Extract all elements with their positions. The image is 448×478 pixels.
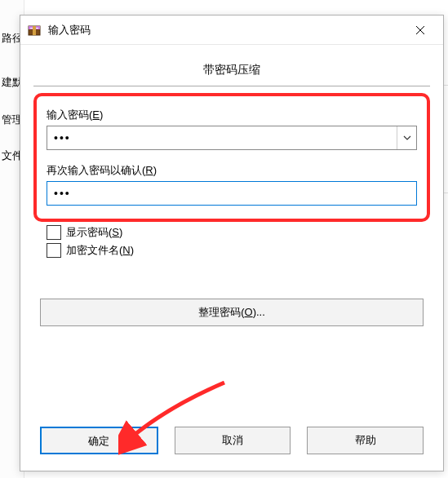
password-label: 输入密码(E) xyxy=(47,108,417,122)
show-password-label: 显示密码(S) xyxy=(66,225,122,240)
svg-rect-3 xyxy=(33,26,36,35)
button-row: 确定 取消 帮助 xyxy=(40,427,424,454)
cancel-button[interactable]: 取消 xyxy=(175,427,291,454)
highlight-annotation: 输入密码(E) 再次输入密码以确认(R) xyxy=(33,93,430,222)
checkbox-box xyxy=(47,225,61,240)
password-dropdown-button[interactable] xyxy=(397,126,416,149)
ok-button[interactable]: 确定 xyxy=(40,427,158,454)
close-button[interactable] xyxy=(404,17,437,43)
show-password-checkbox[interactable]: 显示密码(S) xyxy=(47,225,417,240)
confirm-label: 再次输入密码以确认(R) xyxy=(47,163,417,178)
encrypt-filenames-label: 加密文件名(N) xyxy=(66,243,134,258)
divider xyxy=(33,86,430,86)
confirm-password-input[interactable] xyxy=(47,181,417,206)
checkbox-box xyxy=(47,243,61,258)
close-icon xyxy=(415,25,425,35)
encrypt-filenames-checkbox[interactable]: 加密文件名(N) xyxy=(47,243,417,258)
chevron-down-icon xyxy=(403,135,411,140)
titlebar: 输入密码 xyxy=(20,15,443,45)
password-input[interactable] xyxy=(47,126,397,149)
app-icon xyxy=(27,23,42,38)
password-dialog: 输入密码 带密码压缩 输入密码(E) 再次输入密码以确认(R) xyxy=(20,15,444,471)
section-heading: 带密码压缩 xyxy=(20,63,443,77)
organize-passwords-button[interactable]: 整理密码(O)... xyxy=(40,299,424,326)
help-button[interactable]: 帮助 xyxy=(307,427,424,454)
dialog-title: 输入密码 xyxy=(48,23,404,38)
password-combo[interactable] xyxy=(47,126,417,150)
